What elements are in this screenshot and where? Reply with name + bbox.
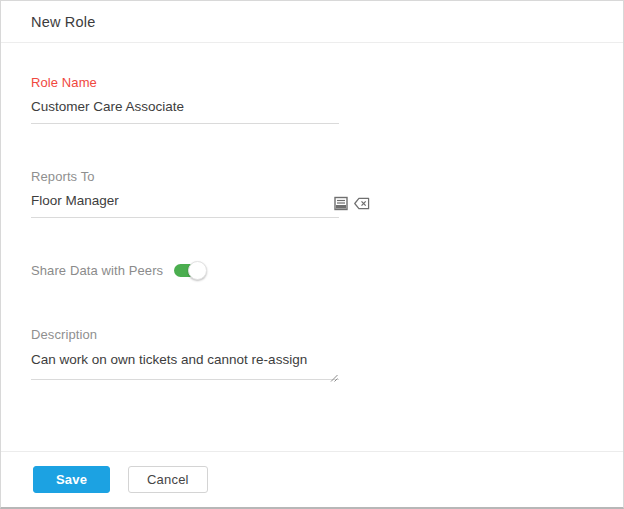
clear-backspace-icon[interactable]: [354, 195, 370, 211]
description-label: Description: [31, 327, 339, 342]
share-data-toggle[interactable]: [174, 263, 204, 278]
reports-to-input[interactable]: [31, 193, 339, 218]
description-field: Description Can work on own tickets and …: [31, 327, 339, 380]
resize-handle-icon[interactable]: [330, 368, 338, 376]
role-name-input[interactable]: [31, 99, 339, 124]
role-name-field: Role Name: [31, 75, 339, 124]
reports-to-actions: [333, 195, 370, 211]
lookup-icon[interactable]: [333, 195, 349, 211]
dialog-header: New Role: [1, 1, 623, 43]
description-input[interactable]: Can work on own tickets and cannot re-as…: [31, 351, 339, 369]
role-name-label: Role Name: [31, 75, 339, 90]
new-role-dialog: New Role Role Name Reports To: [0, 0, 624, 509]
share-data-row: Share Data with Peers: [31, 263, 623, 278]
reports-to-field: Reports To: [31, 169, 339, 218]
page-title: New Role: [31, 14, 95, 30]
share-data-label: Share Data with Peers: [31, 263, 163, 278]
description-textarea-wrap: Can work on own tickets and cannot re-as…: [31, 351, 339, 380]
form-body: Role Name Reports To: [1, 75, 623, 380]
toggle-knob: [188, 261, 207, 280]
dialog-footer: Save Cancel: [1, 451, 623, 507]
cancel-button[interactable]: Cancel: [128, 466, 208, 493]
save-button[interactable]: Save: [33, 466, 110, 493]
reports-to-label: Reports To: [31, 169, 339, 184]
